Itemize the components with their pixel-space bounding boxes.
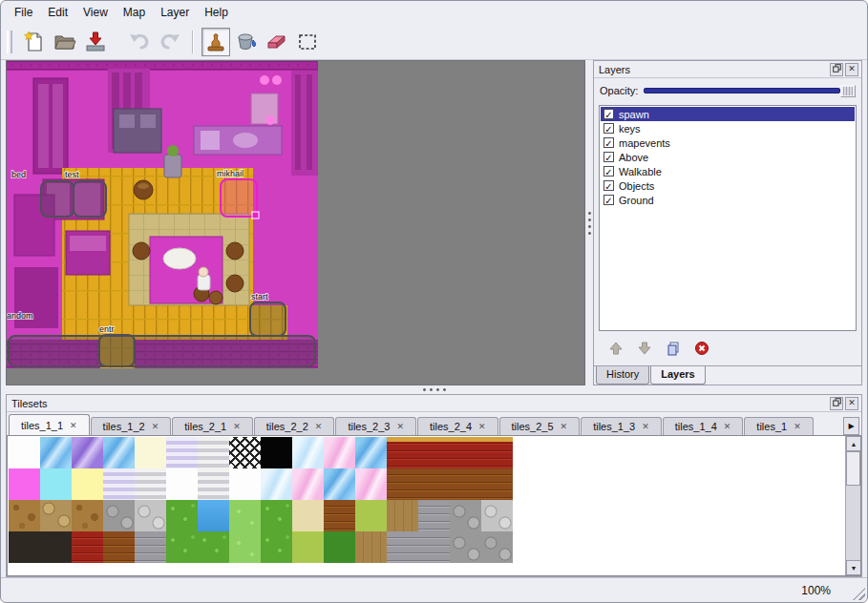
map-canvas[interactable]: bedtestmikhailstartentrandom [6, 60, 585, 385]
tileset-tile-grass-dark[interactable] [324, 531, 355, 563]
tileset-tab-tiles_1[interactable]: tiles_1✕ [744, 417, 813, 435]
tab-layers[interactable]: Layers [650, 366, 705, 385]
redo-button[interactable] [156, 28, 184, 56]
layer-row-keys[interactable]: ✓keys [601, 121, 855, 135]
tileset-tile-brick-gray[interactable] [418, 531, 450, 563]
map-object-start[interactable] [250, 302, 286, 336]
tileset-tile-stone[interactable] [450, 531, 481, 563]
tileset-tile-brick-brown[interactable] [103, 531, 135, 563]
rect-select-tool-button[interactable] [293, 28, 322, 56]
tileset-tile-path[interactable] [355, 531, 387, 563]
tileset-tile-brick-brown[interactable] [387, 468, 418, 500]
menu-file[interactable]: File [7, 3, 40, 22]
lower-layer-button[interactable] [634, 339, 655, 360]
tileset-tile-pink-sheen[interactable] [355, 468, 387, 500]
layer-row-mapevents[interactable]: ✓mapevents [601, 135, 855, 150]
layer-row-Above[interactable]: ✓Above [601, 150, 855, 164]
tileset-tile-brick-red[interactable] [72, 531, 103, 563]
menu-view[interactable]: View [75, 3, 116, 22]
layer-visibility-checkbox[interactable]: ✓ [603, 123, 614, 134]
tileset-tile-brick-brown[interactable] [481, 468, 513, 500]
tileset-tab-tiles_2_5[interactable]: tiles_2_5✕ [499, 417, 581, 435]
tileset-tile-cream[interactable] [135, 437, 166, 468]
tileset-tile-cyan[interactable] [40, 468, 72, 500]
vertical-splitter[interactable] [585, 60, 593, 385]
tileset-tab-tiles_2_3[interactable]: tiles_2_3✕ [335, 417, 416, 435]
tileset-tile-brick-red-top[interactable] [450, 437, 481, 468]
new-map-button[interactable] [20, 28, 49, 56]
layer-visibility-checkbox[interactable]: ✓ [603, 180, 614, 191]
menu-edit[interactable]: Edit [40, 3, 75, 22]
tileset-tile-cobble[interactable] [40, 500, 72, 531]
tab-close-icon[interactable]: ✕ [561, 422, 568, 431]
tileset-tile-ice[interactable] [261, 468, 292, 500]
tileset-tile-pink-sheen[interactable] [324, 437, 355, 468]
scroll-up-button[interactable]: ▲ [846, 436, 861, 451]
open-map-button[interactable] [51, 28, 79, 56]
tileset-tile-stripes-gray[interactable] [198, 468, 229, 500]
tileset-tile-water[interactable] [103, 437, 135, 468]
tileset-tile-brick-brown[interactable] [450, 468, 481, 500]
map-object[interactable] [9, 336, 315, 366]
float-dock-button[interactable] [830, 63, 843, 76]
layer-row-Ground[interactable]: ✓Ground [601, 193, 855, 207]
tileset-tile-magenta[interactable] [9, 468, 40, 500]
tileset-tile-tile-green[interactable] [355, 500, 387, 531]
float-dock-button[interactable] [830, 397, 843, 410]
tab-scroll-right-button[interactable]: ▶ [843, 417, 859, 435]
tileset-tile-stripes-lav[interactable] [103, 468, 135, 500]
tileset-tile-tan[interactable] [292, 500, 324, 531]
stamp-brush-tool-button[interactable] [201, 28, 230, 56]
undo-button[interactable] [125, 28, 154, 56]
tab-close-icon[interactable]: ✕ [794, 422, 801, 431]
layer-visibility-checkbox[interactable]: ✓ [603, 137, 614, 148]
tileset-tile-grass[interactable] [261, 531, 292, 563]
layer-visibility-checkbox[interactable]: ✓ [603, 195, 614, 205]
menu-layer[interactable]: Layer [153, 3, 197, 22]
tileset-tile-pink-sheen[interactable] [292, 468, 324, 500]
tileset-tile-grass-light[interactable] [229, 500, 261, 531]
tileset-tab-tiles_1_4[interactable]: tiles_1_4✕ [663, 417, 744, 435]
scrollbar-track[interactable] [846, 451, 860, 560]
resize-grip[interactable] [853, 588, 865, 600]
tab-close-icon[interactable]: ✕ [233, 422, 241, 431]
layer-row-Objects[interactable]: ✓Objects [601, 178, 855, 193]
tileset-tile-stripes-lav[interactable] [166, 437, 198, 468]
tab-close-icon[interactable]: ✕ [478, 422, 486, 431]
tileset-tile-dirt[interactable] [9, 500, 40, 531]
tileset-tile-grass[interactable] [261, 500, 292, 531]
map-object-mikhail[interactable] [221, 179, 257, 217]
tileset-tile-brick-red-top[interactable] [481, 437, 513, 468]
tileset-tile-grass[interactable] [166, 500, 198, 531]
menu-map[interactable]: Map [116, 3, 153, 22]
tileset-tile-black[interactable] [261, 437, 292, 468]
tileset-tile-white[interactable] [9, 437, 40, 468]
layer-row-Walkable[interactable]: ✓Walkable [601, 164, 855, 178]
map-object-bed[interactable] [41, 181, 74, 217]
horizontal-splitter[interactable] [1, 385, 867, 394]
tileset-tile-waterflat[interactable] [198, 500, 229, 531]
tileset-tab-tiles_2_4[interactable]: tiles_2_4✕ [417, 417, 498, 435]
tileset-tile-brick-gray[interactable] [387, 531, 418, 563]
duplicate-layer-button[interactable] [663, 339, 684, 360]
tileset-tile-stone[interactable] [481, 531, 513, 563]
menu-help[interactable]: Help [197, 3, 236, 22]
delete-layer-button[interactable] [691, 339, 712, 360]
tileset-tab-tiles_2_1[interactable]: tiles_2_1✕ [172, 417, 253, 435]
tileset-scrollbar[interactable]: ▲ ▼ [845, 436, 860, 575]
tileset-tile-white[interactable] [229, 468, 261, 500]
tileset-tile-stripes-gray[interactable] [198, 437, 229, 468]
layer-row-spawn[interactable]: ✓spawn [601, 107, 855, 121]
layer-visibility-checkbox[interactable]: ✓ [603, 166, 614, 177]
tileset-tile-stone-light[interactable] [481, 500, 513, 531]
object-resize-handle[interactable] [252, 212, 259, 218]
tileset-tile-grass[interactable] [166, 531, 198, 563]
tab-close-icon[interactable]: ✕ [70, 421, 77, 430]
layer-visibility-checkbox[interactable]: ✓ [603, 109, 614, 119]
tileset-tile-stone[interactable] [450, 500, 481, 531]
tileset-tile-grass-light[interactable] [229, 531, 261, 563]
close-dock-button[interactable]: ✕ [845, 63, 858, 76]
tab-close-icon[interactable]: ✕ [724, 422, 731, 431]
layer-visibility-checkbox[interactable]: ✓ [603, 152, 614, 162]
tab-history[interactable]: History [596, 366, 649, 385]
